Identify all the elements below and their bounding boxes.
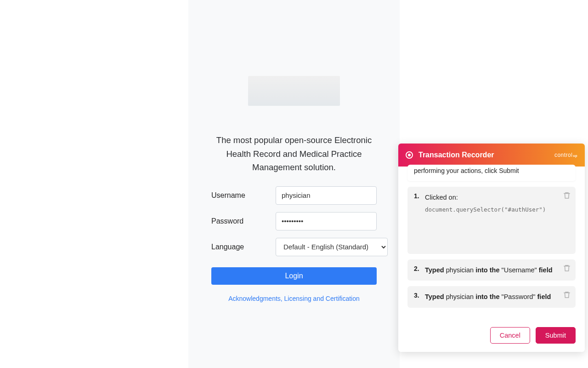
step-content: Typed physician into the "Password" fiel… <box>425 292 569 302</box>
acknowledgments-link[interactable]: Acknowledgments, Licensing and Certifica… <box>211 295 377 302</box>
step-number: 1. <box>414 192 419 200</box>
login-button[interactable]: Login <box>211 267 377 285</box>
step-field: "Password" <box>502 293 536 300</box>
step-mid: into the <box>474 266 501 274</box>
login-card: The most popular open-source Electronic … <box>188 0 400 368</box>
recorder-footer: Cancel Submit <box>398 322 585 352</box>
delete-step-button[interactable] <box>563 191 571 200</box>
step-mid: into the <box>474 293 501 300</box>
step-value: physician <box>446 293 474 300</box>
recorder-info-text: performing your actions, click Submit <box>414 167 519 174</box>
recorder-brand-logo: controlup <box>554 152 577 158</box>
logo-placeholder <box>248 76 340 106</box>
step-pre: Typed <box>425 293 446 300</box>
step-pre: Typed <box>425 266 446 274</box>
step-content: Clicked on: document.querySelector("#aut… <box>425 192 569 214</box>
recorder-header: Transaction Recorder controlup <box>398 144 585 167</box>
username-input[interactable] <box>276 186 377 205</box>
tagline: The most popular open-source Electronic … <box>211 133 377 174</box>
step-value: physician <box>446 266 474 274</box>
recorder-body: performing your actions, click Submit 1.… <box>398 167 585 322</box>
delete-step-button[interactable] <box>563 264 571 272</box>
record-icon <box>406 151 413 159</box>
language-row: Language Default - English (Standard) <box>211 238 377 256</box>
step-post: field <box>537 266 553 274</box>
username-label: Username <box>211 191 276 200</box>
recorder-info-chip: performing your actions, click Submit <box>407 165 576 181</box>
username-row: Username <box>211 186 377 205</box>
delete-step-button[interactable] <box>563 291 571 299</box>
trash-icon <box>563 264 571 272</box>
trash-icon <box>563 291 571 299</box>
recorder-title: Transaction Recorder <box>418 151 494 159</box>
trash-icon <box>563 191 571 200</box>
recorder-step: 1. Clicked on: document.querySelector("#… <box>407 187 576 254</box>
step-number: 3. <box>414 292 419 299</box>
submit-button[interactable]: Submit <box>536 327 576 344</box>
recorder-step: 3. Typed physician into the "Password" f… <box>407 286 576 307</box>
transaction-recorder-panel: Transaction Recorder controlup performin… <box>398 144 585 352</box>
step-post: field <box>536 293 551 300</box>
step-content: Typed physician into the "Username" fiel… <box>425 265 569 275</box>
brand-sup: up <box>573 154 577 157</box>
language-select[interactable]: Default - English (Standard) <box>276 238 388 256</box>
password-input[interactable] <box>276 212 377 230</box>
step-action-label: Clicked on: <box>425 194 458 201</box>
password-label: Password <box>211 217 276 225</box>
language-label: Language <box>211 243 276 251</box>
step-field: "Username" <box>502 266 537 274</box>
step-code: document.querySelector("#authUser") <box>425 205 569 214</box>
brand-text: control <box>554 152 573 158</box>
password-row: Password <box>211 212 377 230</box>
recorder-step: 2. Typed physician into the "Username" f… <box>407 259 576 281</box>
step-number: 2. <box>414 265 419 272</box>
cancel-button[interactable]: Cancel <box>490 327 530 344</box>
